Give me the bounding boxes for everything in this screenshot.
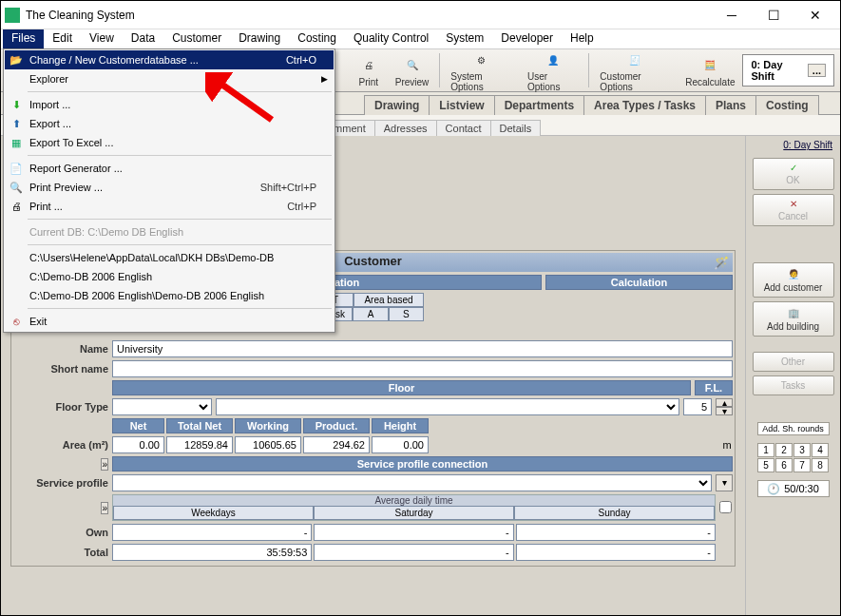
total-label: Total <box>13 547 108 558</box>
avg-expand-button[interactable]: » <box>101 502 108 514</box>
avg-checkbox[interactable] <box>719 501 732 513</box>
round-1[interactable]: 1 <box>757 443 774 457</box>
ok-button[interactable]: ✓ OK <box>753 158 834 190</box>
round-7[interactable]: 7 <box>793 458 811 472</box>
files-menu: 📂 Change / New Customerdatabase ... Ctrl… <box>3 48 335 333</box>
calc-s[interactable]: S <box>389 307 424 321</box>
menu-recent-3[interactable]: C:\Demo-DB 2006 English\Demo-DB 2006 Eng… <box>5 286 334 305</box>
menu-view[interactable]: View <box>81 29 123 48</box>
right-shift-link[interactable]: 0: Day Shift <box>783 140 832 150</box>
toolbar-print[interactable]: 🖨Print <box>350 52 388 89</box>
excel-icon: ▦ <box>9 135 24 150</box>
add-customer-button[interactable]: 🧑‍💼Add customer <box>753 262 834 298</box>
total-wk: 35:59:53 <box>112 544 312 561</box>
tab-costing[interactable]: Costing <box>755 95 819 115</box>
calc-area-based[interactable]: Area based <box>354 293 424 307</box>
menu-system[interactable]: System <box>437 29 492 48</box>
menu-edit[interactable]: Edit <box>44 29 81 48</box>
rounds-grid: 1 2 3 4 5 6 7 8 <box>757 443 829 472</box>
user-icon: 👤 <box>542 48 564 71</box>
floortype-select-1[interactable] <box>112 398 212 415</box>
fl-header: F.L. <box>695 380 733 395</box>
shift-label: 0: Day Shift <box>751 59 801 82</box>
floortype-label: Floor Type <box>13 401 108 413</box>
toolbar-user-options[interactable]: 👤User Options <box>520 47 585 94</box>
menu-explorer[interactable]: Explorer ▶ <box>5 69 334 88</box>
menu-import[interactable]: ⬇ Import ... <box>5 95 334 114</box>
hdr-net: Net <box>112 418 164 433</box>
round-6[interactable]: 6 <box>775 458 793 472</box>
round-4[interactable]: 4 <box>812 443 829 457</box>
shift-browse-button[interactable]: ... <box>808 64 826 77</box>
total-sun: - <box>516 544 716 561</box>
tab-listview[interactable]: Listview <box>429 95 494 115</box>
menu-export-excel[interactable]: ▦ Export To Excel ... <box>5 133 334 152</box>
round-5[interactable]: 5 <box>757 458 774 472</box>
options-icon: 🧾 <box>623 48 646 71</box>
menu-developer[interactable]: Developer <box>492 29 562 48</box>
toolbar-preview[interactable]: 🔍Preview <box>388 52 437 89</box>
clock-icon: 🕐 <box>767 481 780 496</box>
cancel-button[interactable]: ✕ Cancel <box>753 194 834 226</box>
area-label: Area (m²) <box>13 439 108 451</box>
sp-browse-button[interactable]: ▾ <box>716 474 733 491</box>
close-button[interactable]: ✕ <box>794 2 836 29</box>
toolbar-recalculate[interactable]: 🧮Recalculate <box>678 52 742 89</box>
minimize-button[interactable]: ─ <box>711 2 753 29</box>
menu-costing[interactable]: Costing <box>289 29 345 48</box>
clock-row[interactable]: 🕐 50/0:30 <box>757 480 830 497</box>
shortname-field[interactable] <box>112 360 733 377</box>
round-3[interactable]: 3 <box>793 443 811 457</box>
subtab-contact[interactable]: Contact <box>436 120 491 136</box>
menu-help[interactable]: Help <box>562 29 602 48</box>
name-field[interactable] <box>112 340 733 357</box>
tasks-button[interactable]: Tasks <box>753 375 834 395</box>
menu-files[interactable]: Files <box>3 29 44 48</box>
preview-icon: 🔍 <box>401 54 424 77</box>
import-icon: ⬇ <box>9 97 24 112</box>
menu-change-db[interactable]: 📂 Change / New Customerdatabase ... Ctrl… <box>5 50 334 69</box>
subtab-details[interactable]: Details <box>490 120 542 136</box>
rounds-title: Add. Sh. rounds <box>757 422 830 435</box>
menu-quality[interactable]: Quality Control <box>345 29 437 48</box>
tab-departments[interactable]: Departments <box>494 95 584 115</box>
own-sat: - <box>314 524 513 541</box>
menu-report-generator[interactable]: 📄 Report Generator ... <box>5 159 334 178</box>
maximize-button[interactable]: ☐ <box>753 2 794 29</box>
calc-a[interactable]: A <box>353 307 388 321</box>
preview-icon: 🔍 <box>9 180 24 195</box>
menu-drawing[interactable]: Drawing <box>230 29 289 48</box>
area-net: 0.00 <box>112 436 164 453</box>
menu-recent-2[interactable]: C:\Demo-DB 2006 English <box>5 267 334 286</box>
spc-header: Service profile connection <box>112 456 733 472</box>
menu-customer[interactable]: Customer <box>163 29 230 48</box>
tab-drawing[interactable]: Drawing <box>364 95 430 115</box>
menu-export[interactable]: ⬆ Export ... <box>5 114 334 133</box>
tab-plans[interactable]: Plans <box>705 95 756 115</box>
menu-data[interactable]: Data <box>123 29 163 48</box>
fl-spin-down[interactable]: ▾ <box>716 407 733 415</box>
add-building-button[interactable]: 🏢Add building <box>753 301 834 337</box>
round-8[interactable]: 8 <box>812 458 829 472</box>
menu-print-preview[interactable]: 🔍 Print Preview ... Shift+Ctrl+P <box>5 178 334 197</box>
toolbar-system-options[interactable]: ⚙System Options <box>443 47 520 94</box>
avg-col-saturday: Saturday <box>314 506 514 520</box>
service-profile-select[interactable] <box>112 474 712 491</box>
other-button[interactable]: Other <box>753 352 834 372</box>
export-icon: ⬆ <box>9 116 24 131</box>
wand-icon[interactable]: 🪄 <box>714 255 729 270</box>
hdr-height: Height <box>372 418 429 433</box>
menu-print[interactable]: 🖨 Print ... Ctrl+P <box>5 197 334 216</box>
gear-icon: ⚙ <box>470 48 493 71</box>
menu-exit[interactable]: ⎋ Exit <box>5 312 334 331</box>
add-customer-icon: 🧑‍💼 <box>788 267 799 280</box>
floortype-select-2[interactable] <box>216 398 679 415</box>
tab-areatypes[interactable]: Area Types / Tasks <box>583 95 706 115</box>
menu-recent-1[interactable]: C:\Users\Helene\AppData\Local\DKH DBs\De… <box>5 248 334 267</box>
subtab-addresses[interactable]: Adresses <box>374 120 437 136</box>
spc-expand-button[interactable]: » <box>101 458 108 471</box>
round-2[interactable]: 2 <box>775 443 793 457</box>
toolbar-customer-options[interactable]: 🧾Customer Options <box>592 47 678 94</box>
shift-selector[interactable]: 0: Day Shift ... <box>742 54 834 87</box>
fl-field[interactable] <box>683 398 712 415</box>
